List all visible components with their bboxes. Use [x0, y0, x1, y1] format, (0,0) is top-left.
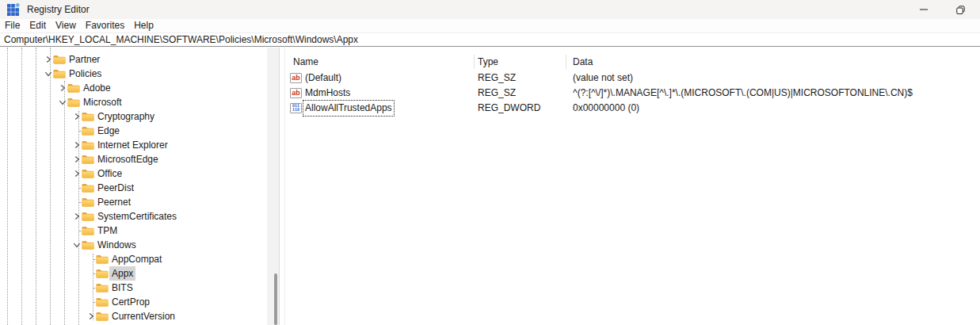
tree-item-certprop[interactable]: CertProp: [0, 295, 280, 309]
chevron-right-icon[interactable]: [58, 83, 67, 93]
value-name[interactable]: (Default): [305, 71, 341, 86]
menu-item-help[interactable]: Help: [129, 19, 158, 32]
value-data: (value not set): [573, 71, 633, 86]
chevron-right-icon[interactable]: [72, 140, 82, 150]
folder-icon: [96, 269, 109, 278]
dword-value-icon: 011110: [290, 103, 302, 113]
tree-item-peernet[interactable]: Peernet: [0, 195, 280, 209]
restore-icon: [956, 6, 965, 14]
tree-item-edge[interactable]: Edge: [0, 124, 280, 138]
value-type: REG_DWORD: [478, 101, 540, 116]
folder-icon: [82, 112, 94, 121]
column-header-data[interactable]: Data: [573, 56, 593, 67]
window-controls: [906, 0, 978, 19]
restore-button[interactable]: [942, 0, 978, 19]
tree-item-label[interactable]: Appx: [109, 266, 135, 281]
chevron-down-icon[interactable]: [58, 98, 67, 107]
tree-item-label[interactable]: AppCompat: [109, 252, 164, 266]
tree-item-internet-explorer[interactable]: Internet Explorer: [0, 138, 280, 152]
tree-item-label[interactable]: Cryptography: [95, 109, 157, 124]
string-value-icon: ab: [290, 88, 302, 98]
column-header-name[interactable]: Name: [293, 56, 318, 67]
chevron-right-icon[interactable]: [86, 312, 96, 321]
registry-tree-pane: PartnerPoliciesAdobeMicrosoftCryptograph…: [0, 48, 280, 325]
value-type: REG_SZ: [478, 86, 516, 101]
column-separator[interactable]: [566, 55, 566, 69]
menu-item-edit[interactable]: Edit: [25, 19, 51, 32]
registry-values-pane: Name Type Data ab(Default)REG_SZ(value n…: [284, 48, 980, 325]
tree-item-label[interactable]: PeerDist: [95, 181, 136, 195]
folder-icon: [96, 283, 109, 292]
value-name[interactable]: MdmHosts: [305, 86, 350, 101]
chevron-right-icon[interactable]: [72, 112, 82, 121]
folder-icon: [96, 312, 109, 321]
folder-icon: [67, 98, 80, 107]
value-type: REG_SZ: [478, 71, 516, 86]
tree-item-label[interactable]: SystemCertificates: [95, 209, 179, 224]
tree-item-office[interactable]: Office: [0, 166, 280, 181]
menu-item-file[interactable]: File: [0, 19, 25, 32]
tree-item-label[interactable]: CurrentVersion: [109, 309, 177, 323]
tree-item-label[interactable]: Adobe: [81, 81, 113, 95]
tree-item-bits[interactable]: BITS: [0, 281, 280, 295]
registry-value-row[interactable]: 011110AllowAllTrustedAppsREG_DWORD0x0000…: [285, 101, 980, 116]
tree-item-policies[interactable]: Policies: [0, 67, 280, 81]
tree-item-appx[interactable]: Appx: [0, 266, 280, 281]
tree-item-label[interactable]: Office: [95, 166, 124, 181]
tree-item-peerdist[interactable]: PeerDist: [0, 181, 280, 195]
column-separator[interactable]: [474, 55, 475, 69]
tree-item-label[interactable]: Partner: [67, 52, 102, 67]
folder-icon: [82, 169, 94, 178]
tree-scrollbar-thumb[interactable]: [274, 273, 277, 325]
tree-item-partner[interactable]: Partner: [0, 52, 280, 67]
tree-item-label[interactable]: MicrosoftEdge: [95, 152, 161, 166]
string-value-icon: ab: [290, 73, 302, 83]
chevron-right-icon[interactable]: [72, 212, 82, 221]
title-bar: Registry Editor: [0, 0, 980, 19]
tree-item-microsoft[interactable]: Microsoft: [0, 95, 280, 109]
chevron-right-icon[interactable]: [44, 55, 53, 64]
folder-icon: [82, 126, 94, 136]
tree-item-label[interactable]: Internet Explorer: [95, 138, 170, 152]
tree-item-label[interactable]: Policies: [67, 67, 104, 81]
tree-item-label[interactable]: Windows: [95, 238, 139, 252]
folder-icon: [82, 226, 94, 235]
tree-scrollbar[interactable]: [267, 48, 280, 325]
folder-icon: [82, 240, 94, 250]
chevron-down-icon[interactable]: [44, 69, 53, 78]
tree-item-adobe[interactable]: Adobe: [0, 81, 280, 95]
menu-bar: FileEditViewFavoritesHelp: [0, 19, 980, 33]
tree-item-tpm[interactable]: TPM: [0, 224, 280, 238]
value-name[interactable]: AllowAllTrustedApps: [303, 101, 394, 116]
tree-item-appcompat[interactable]: AppCompat: [0, 252, 280, 266]
value-data: 0x00000000 (0): [573, 101, 639, 116]
chevron-right-icon[interactable]: [72, 155, 82, 164]
minimize-button[interactable]: [906, 0, 942, 19]
chevron-right-icon[interactable]: [72, 169, 82, 178]
column-header-type[interactable]: Type: [478, 56, 498, 67]
tree-item-label[interactable]: Microsoft: [81, 95, 124, 109]
tree-item-label[interactable]: Edge: [95, 124, 122, 138]
menu-item-favorites[interactable]: Favorites: [81, 19, 129, 32]
registry-value-row[interactable]: ab(Default)REG_SZ(value not set): [285, 71, 980, 86]
tree-item-cryptography[interactable]: Cryptography: [0, 109, 280, 124]
folder-icon: [82, 140, 94, 150]
tree-item-windows[interactable]: Windows: [0, 238, 280, 252]
folder-icon: [96, 254, 109, 264]
tree-item-label[interactable]: BITS: [109, 281, 135, 295]
tree-item-label[interactable]: TPM: [95, 224, 120, 238]
menu-item-view[interactable]: View: [51, 19, 81, 32]
chevron-down-icon[interactable]: [72, 240, 82, 250]
folder-icon: [82, 155, 94, 164]
address-bar-input[interactable]: [0, 33, 980, 46]
tree-item-systemcertificates[interactable]: SystemCertificates: [0, 209, 280, 224]
folder-icon: [82, 212, 94, 221]
tree-item-microsoftedge[interactable]: MicrosoftEdge: [0, 152, 280, 166]
registry-editor-icon: [6, 3, 20, 17]
tree-item-currentversion[interactable]: CurrentVersion: [0, 309, 280, 323]
registry-value-row[interactable]: abMdmHostsREG_SZ^(?:[^\/]*)\.MANAGE[^\.]…: [285, 86, 980, 101]
folder-icon: [67, 83, 80, 93]
folder-icon: [96, 297, 109, 307]
tree-item-label[interactable]: CertProp: [109, 295, 152, 309]
tree-item-label[interactable]: Peernet: [95, 195, 133, 209]
